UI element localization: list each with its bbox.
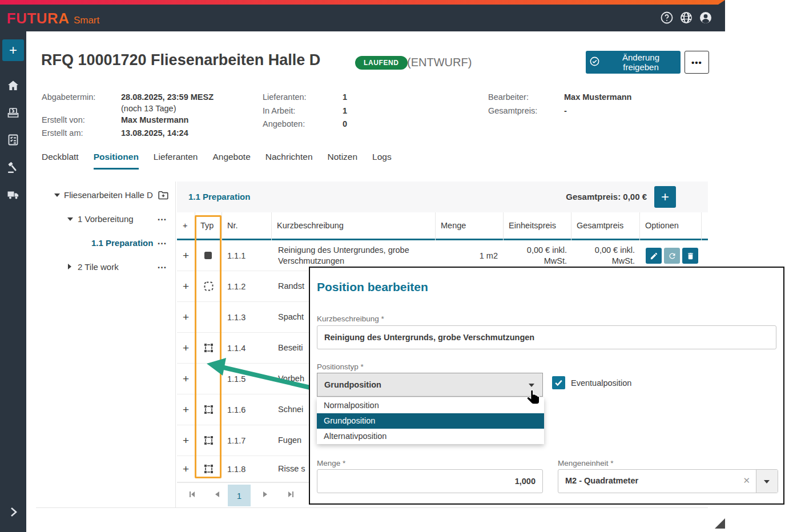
meta-label: Angeboten: xyxy=(263,119,305,128)
top-header: FUTURASmart xyxy=(0,0,725,31)
check-circle-icon xyxy=(589,56,600,68)
add-subposition-icon[interactable]: + xyxy=(183,240,189,271)
ellipsis-icon[interactable]: … xyxy=(157,212,167,223)
combobox-dropdown-button[interactable] xyxy=(756,470,778,493)
create-new-button[interactable]: + xyxy=(2,39,24,61)
tab-angebote[interactable]: Angebote xyxy=(212,152,250,170)
home-icon[interactable] xyxy=(6,79,20,92)
clear-icon[interactable]: ✕ xyxy=(743,475,750,486)
tab-bar: Deckblatt Positionen Lieferanten Angebot… xyxy=(42,152,392,170)
edit-position-button[interactable] xyxy=(646,248,662,264)
tab-positionen[interactable]: Positionen xyxy=(94,152,139,170)
tab-nachrichten[interactable]: Nachrichten xyxy=(265,152,313,170)
position-number: 1.1.1 xyxy=(227,240,245,271)
more-options-button[interactable]: ••• xyxy=(685,51,709,74)
add-subposition-icon[interactable]: + xyxy=(183,394,189,425)
folder-add-icon[interactable] xyxy=(157,189,170,201)
add-subposition-icon[interactable]: + xyxy=(183,333,189,363)
option-grundposition-selected[interactable]: Grundposition xyxy=(317,413,544,429)
tree-item-label: 2 Tile work xyxy=(78,262,119,272)
eventualposition-label: Eventualposition xyxy=(571,378,631,388)
group-total: Gesamtpreis: 0,00 € xyxy=(566,192,647,201)
meta-label: Bearbeiter: xyxy=(488,92,529,102)
checkbox-check-icon xyxy=(554,378,563,388)
option-normalposition[interactable]: Normalposition xyxy=(317,398,544,413)
add-position-button[interactable]: + xyxy=(654,186,676,208)
ellipsis-icon[interactable]: … xyxy=(157,260,167,271)
help-icon[interactable] xyxy=(660,11,674,25)
menge-input[interactable]: 1,000 xyxy=(317,469,543,493)
auction-gavel-icon[interactable] xyxy=(6,160,20,174)
positionstyp-dropdown-menu: Normalposition Grundposition Alternativp… xyxy=(317,398,544,444)
brand-suffix: Smart xyxy=(74,15,99,26)
current-page-button[interactable]: 1 xyxy=(228,485,251,506)
tree-item-vorbereitung[interactable]: 1 Vorbereitung … xyxy=(36,213,175,225)
approve-change-label: Änderung freigeben xyxy=(605,53,677,72)
meta-value: 13.08.2025, 14:24 xyxy=(121,128,188,138)
collapse-node-icon[interactable] xyxy=(54,194,60,197)
meta-value-secondary: (noch 13 Tage) xyxy=(121,104,176,113)
last-page-icon[interactable] xyxy=(287,490,295,498)
tree-item-preparation-selected[interactable]: 1.1 Preparation … xyxy=(36,237,175,249)
position-number: 1.1.6 xyxy=(227,394,245,425)
mengeneinheit-combobox[interactable]: M2 - Quadratmeter ✕ xyxy=(558,469,778,493)
left-sidebar: + xyxy=(0,31,26,532)
expand-sidebar-icon[interactable] xyxy=(6,505,20,519)
brand-logo: FUTURA xyxy=(7,10,70,27)
add-subposition-icon[interactable]: + xyxy=(183,364,189,394)
resize-grip-icon[interactable] xyxy=(715,518,725,529)
position-number: 1.1.4 xyxy=(227,333,245,363)
add-subposition-icon[interactable]: + xyxy=(183,271,189,301)
prev-page-icon[interactable] xyxy=(214,490,220,498)
meta-label: Abgabetermin: xyxy=(42,92,95,102)
approve-change-button[interactable]: Änderung freigeben xyxy=(586,51,681,74)
tree-item-root[interactable]: Fliesenarbeiten Halle D xyxy=(36,189,175,201)
add-subposition-icon[interactable]: + xyxy=(183,302,189,332)
collapse-node-icon[interactable] xyxy=(67,217,73,221)
tree-item-label: Fliesenarbeiten Halle D xyxy=(64,190,153,200)
column-header-nr: Nr. xyxy=(222,212,271,239)
tab-notizen[interactable]: Notizen xyxy=(328,152,358,170)
account-icon[interactable] xyxy=(699,11,712,25)
tab-deckblatt[interactable]: Deckblatt xyxy=(42,152,79,170)
column-header-add: + xyxy=(177,212,195,239)
column-header-einheitspreis: Einheitspreis xyxy=(503,212,571,239)
frame-icon xyxy=(204,394,214,425)
eventualposition-checkbox[interactable] xyxy=(552,376,565,389)
position-number: 1.1.7 xyxy=(227,425,245,456)
column-header-optionen: Optionen xyxy=(639,212,701,239)
delete-position-button[interactable] xyxy=(682,248,698,264)
refresh-position-button[interactable] xyxy=(664,248,680,264)
more-options-icon: ••• xyxy=(691,58,702,67)
meta-value: Max Mustermann xyxy=(564,92,631,102)
page-title: RFQ 10001720 Fliesenarbeiten Halle D xyxy=(41,51,320,69)
futura-smart-app: FUTURASmart + RFQ 1 xyxy=(0,0,785,532)
tree-item-tile-work[interactable]: 2 Tile work … xyxy=(36,261,175,273)
brand: FUTURASmart xyxy=(7,10,99,27)
meta-value: Max Mustermann xyxy=(121,115,188,124)
globe-icon[interactable] xyxy=(679,11,693,25)
status-badge: LAUFEND xyxy=(355,56,408,70)
offers-inbox-icon[interactable] xyxy=(6,106,20,120)
tab-logs[interactable]: Logs xyxy=(372,152,392,170)
expand-node-icon[interactable] xyxy=(68,264,71,269)
option-alternativposition[interactable]: Alternativposition xyxy=(317,429,544,444)
draft-state-label: (ENTWURF) xyxy=(407,56,472,69)
checklist-icon[interactable] xyxy=(6,133,20,147)
logistics-truck-icon[interactable] xyxy=(6,188,20,201)
positionstyp-select[interactable]: Grundposition xyxy=(317,373,543,397)
ellipsis-icon[interactable]: … xyxy=(157,236,167,247)
add-subposition-icon[interactable]: + xyxy=(183,456,189,482)
meta-label: Lieferanten: xyxy=(263,92,307,102)
delete-icon xyxy=(686,252,695,260)
kurzbeschreibung-input[interactable]: Reinigung des Untergrunds, grobe Verschm… xyxy=(317,325,776,349)
positionstyp-value: Grundposition xyxy=(324,380,381,389)
tab-lieferanten[interactable]: Lieferanten xyxy=(154,152,198,170)
add-subposition-icon[interactable]: + xyxy=(183,425,189,456)
next-page-icon[interactable] xyxy=(262,490,269,498)
meta-value: 1 xyxy=(343,106,347,115)
mengeneinheit-label: Mengeneinheit * xyxy=(558,459,614,467)
first-page-icon[interactable] xyxy=(188,490,196,498)
brand-gradient-strip xyxy=(0,0,725,5)
kurzbeschreibung-label: Kurzbeschreibung * xyxy=(317,315,384,323)
